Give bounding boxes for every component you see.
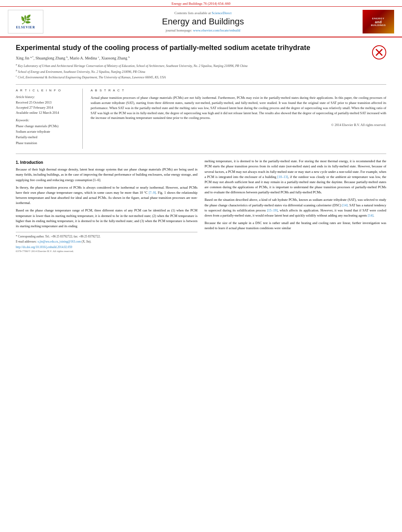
article-authors: Xing Jin a,*, Shuanglong Zhang b, Mario …: [16, 56, 368, 60]
keyword-sat: Sodium acetate trihydrate: [16, 129, 78, 134]
affiliation-a: a Key Laboratory of Urban and Architectu…: [16, 63, 368, 68]
issn-text: 0378-7788/© 2014 Elsevier B.V. All right…: [16, 250, 197, 253]
affiliation-c: c Civil, Environmental & Architectural E…: [16, 74, 368, 80]
journal-citation: Energy and Buildings 76 (2014) 654–660: [0, 0, 402, 7]
section1-para1: Because of their high thermal storage de…: [16, 167, 197, 183]
keywords-group: Keywords: Phase change materials (PCMs) …: [16, 119, 78, 146]
keywords-list: Phase change materials (PCMs) Sodium ace…: [16, 123, 78, 146]
brand-logo-top: ENERGY: [372, 17, 384, 20]
section1-right-para3: Because the size of the sample in a DSC …: [205, 221, 386, 231]
journal-center: Contents lists available at ScienceDirec…: [51, 11, 355, 32]
section1-para2: In theory, the phase transition process …: [16, 185, 197, 206]
article-info-heading: A R T I C L E I N F O: [16, 89, 78, 92]
available-date: Available online 12 March 2014: [16, 110, 78, 115]
affiliation-b: b School of Energy and Environment, Sout…: [16, 69, 368, 74]
history-label: Article history:: [16, 95, 78, 99]
article-content: Experimental study of the cooling proces…: [0, 37, 402, 261]
journal-header: 🌿 ELSEVIER Contents lists available at S…: [0, 7, 402, 37]
keyword-pcm: Phase change materials (PCMs): [16, 123, 78, 129]
sciencedirect-line: Contents lists available at ScienceDirec…: [51, 11, 355, 15]
body-right-column: melting temperature, it is deemed to be …: [205, 159, 386, 252]
abstract-heading: A B S T R A C T: [91, 89, 386, 92]
keyword-partially: Partially-melted: [16, 134, 78, 140]
article-title: Experimental study of the cooling proces…: [16, 43, 368, 52]
footnote-area: * Corresponding author. Tel.: +86 25 837…: [16, 232, 197, 253]
doi-text: http://dx.doi.org/10.1016/j.enbuild.2014…: [16, 245, 197, 249]
crossmark-logo[interactable]: [372, 45, 386, 59]
journal-homepage-line: journal homepage: www.elsevier.com/locat…: [51, 28, 355, 32]
brand-logo-main: BUILDINGS: [371, 24, 386, 26]
article-history: Article history: Received 25 October 201…: [16, 95, 78, 115]
body-two-column: 1. Introduction Because of their high th…: [16, 159, 386, 252]
keyword-phase: Phase transition: [16, 140, 78, 146]
section1-right-para1: melting temperature, it is deemed to be …: [205, 159, 386, 195]
section1-title: 1. Introduction: [16, 160, 197, 165]
section1-para3: Based on the phase change temperature ra…: [16, 208, 197, 229]
article-info-column: A R T I C L E I N F O Article history: R…: [16, 89, 83, 149]
article-title-text: Experimental study of the cooling proces…: [16, 43, 368, 80]
sciencedirect-link[interactable]: ScienceDirect: [212, 11, 231, 15]
elsevier-tree-icon: 🌿: [20, 15, 31, 25]
brand-logo-and: and: [375, 20, 382, 24]
accepted-date: Accepted 27 February 2014: [16, 105, 78, 110]
journal-homepage-link[interactable]: www.elsevier.com/locate/enbuild: [193, 28, 240, 32]
body-left-column: 1. Introduction Because of their high th…: [16, 159, 197, 252]
keywords-label: Keywords:: [16, 119, 78, 122]
article-title-section: Experimental study of the cooling proces…: [16, 43, 386, 85]
journal-brand-logo: ENERGY and BUILDINGS: [363, 10, 394, 33]
article-info-abstract-section: A R T I C L E I N F O Article history: R…: [16, 89, 386, 154]
journal-title: Energy and Buildings: [51, 17, 355, 27]
copyright-line: © 2014 Elsevier B.V. All rights reserved…: [91, 123, 386, 127]
footnote-1: * Corresponding author. Tel.: +86 25 837…: [16, 234, 197, 239]
received-date: Received 25 October 2013: [16, 100, 78, 105]
footnote-2: E-mail addresses: x.jin@seu.edu.cn, jxin…: [16, 239, 197, 244]
abstract-text: Actual phase transition processes of pha…: [91, 95, 386, 120]
section1-right-para2: Based on the situation described above, …: [205, 197, 386, 218]
elsevier-logo: 🌿 ELSEVIER: [8, 10, 43, 33]
elsevier-name: ELSEVIER: [16, 26, 35, 29]
affiliations: a Key Laboratory of Urban and Architectu…: [16, 63, 368, 80]
abstract-column: A B S T R A C T Actual phase transition …: [91, 89, 386, 149]
